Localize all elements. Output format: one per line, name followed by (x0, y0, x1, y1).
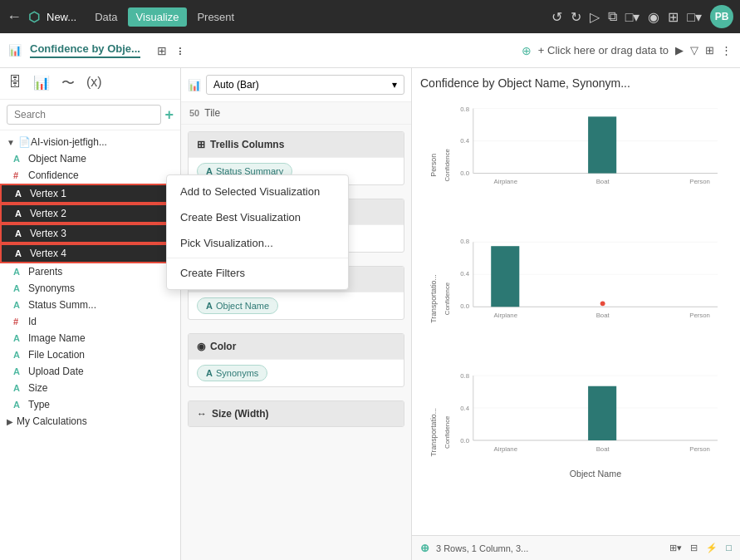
collapse-arrow[interactable]: ▶ (7, 417, 13, 426)
user-avatar[interactable]: PB (710, 5, 733, 28)
status-text: 3 Rows, 1 Column, 3... (436, 543, 528, 553)
tile-row: 50 Tile (181, 102, 411, 125)
pin-icon[interactable]: ◉ (648, 9, 659, 25)
field-type-icon: A (15, 228, 25, 238)
create-filters-menuitem[interactable]: Create Filters (167, 260, 348, 286)
add-to-selected-menuitem[interactable]: Add to Selected Visualization (167, 179, 348, 204)
field-type-icon: A (13, 300, 23, 310)
grid-view-icon[interactable]: ⊞ (157, 44, 167, 57)
svg-text:Boat: Boat (596, 445, 610, 453)
svg-text:0.0: 0.0 (460, 169, 469, 177)
nav-present[interactable]: Present (189, 7, 243, 27)
field-upload-date[interactable]: A Upload Date (0, 363, 180, 380)
middle-panel: 📊 Auto (Bar) ▾ 50 Tile ⊞ Trellis Columns… (181, 68, 412, 560)
export-data-icon[interactable]: ⊟ (690, 543, 698, 553)
size-icon: ↔ (197, 408, 207, 420)
expand-icon[interactable]: □ (726, 543, 732, 553)
grid-icon[interactable]: ⧉ (608, 9, 617, 24)
field-label: Object Name (28, 153, 86, 165)
field-label: Synonyms (28, 282, 75, 294)
format-icon[interactable]: ⊞ (705, 44, 714, 56)
add-data-label[interactable]: + Click here or drag data to (538, 44, 669, 56)
nav-data[interactable]: Data (86, 7, 125, 27)
svg-text:Confidence: Confidence (444, 416, 451, 449)
field-label: Id (28, 316, 37, 327)
filter-icon[interactable]: ▽ (690, 44, 698, 56)
add-field-button[interactable]: + (164, 106, 174, 124)
svg-text:Person: Person (689, 445, 710, 453)
field-type-icon: A (13, 366, 23, 376)
field-confidence[interactable]: # Confidence (0, 167, 180, 184)
subtoolbar: 📊 Confidence by Obje... ⊞ ⫶ ⊕ + Click he… (0, 33, 740, 68)
trellis-columns-header[interactable]: ⊞ Trellis Columns (189, 132, 404, 157)
svg-text:Airplane: Airplane (493, 312, 517, 319)
field-id[interactable]: # Id (0, 313, 180, 330)
field-type-icon: A (13, 400, 23, 410)
play-icon[interactable]: ▷ (590, 9, 600, 25)
database-icon[interactable]: 🗄 (8, 75, 22, 92)
size-width-section: ↔ Size (Width) (188, 400, 404, 427)
field-image-name[interactable]: A Image Name (0, 330, 180, 346)
field-file-location[interactable]: A File Location (0, 346, 180, 363)
subtoolbar-right: ⊕ + Click here or drag data to ▶ ▽ ⊞ ⋮ (522, 44, 732, 57)
back-button[interactable]: ← (7, 8, 22, 26)
pill-type-icon: A (206, 301, 213, 311)
expand-icon[interactable]: ▶ (675, 44, 684, 56)
chart-type-dropdown[interactable]: Auto (Bar) ▾ (206, 75, 404, 95)
nav-menu: Data Visualize Present (86, 7, 243, 27)
export-icon[interactable]: ⊞ (668, 9, 679, 25)
chart-icon[interactable]: 📊 (33, 75, 50, 92)
bar-airplane-row2[interactable] (491, 246, 519, 307)
svg-text:Transportatio...: Transportatio... (429, 274, 438, 323)
field-vertex1[interactable]: A Vertex 1 (0, 184, 180, 204)
field-vertex3[interactable]: A Vertex 3 (0, 224, 180, 243)
app-title: New... (47, 11, 76, 23)
svg-text:0.0: 0.0 (460, 437, 469, 445)
field-type[interactable]: A Type (0, 396, 180, 413)
columns-icon[interactable]: ⫶ (177, 44, 183, 57)
status-add-icon[interactable]: ⊕ (420, 542, 429, 554)
dataset-folder-icon: 📄 (18, 136, 31, 148)
variable-icon[interactable]: (x) (86, 75, 102, 92)
undo-icon[interactable]: ↺ (551, 9, 562, 25)
menu-icon[interactable]: □▾ (687, 9, 702, 25)
dropdown-arrow-icon: ▾ (392, 79, 397, 91)
field-size[interactable]: A Size (0, 380, 180, 396)
field-label: Image Name (28, 332, 86, 344)
redo-icon[interactable]: ↻ (571, 9, 581, 25)
svg-text:Transportatio...: Transportatio... (429, 408, 438, 457)
chart-tab-title[interactable]: Confidence by Obje... (30, 42, 140, 58)
left-panel-icons: 🗄 📊 〜 (x) (0, 68, 180, 100)
more-icon[interactable]: ⋮ (721, 44, 732, 56)
create-best-menuitem[interactable]: Create Best Visualization (167, 204, 348, 230)
size-width-label: Size (Width) (212, 408, 269, 420)
layout-icon[interactable]: □▾ (625, 9, 640, 25)
collapse-arrow[interactable]: ▼ (7, 138, 15, 147)
field-parents[interactable]: A Parents (0, 263, 180, 280)
bar-person-row1[interactable] (588, 116, 616, 173)
search-input[interactable] (7, 105, 161, 125)
field-label: Status Summ... (28, 299, 96, 311)
add-data-icon: ⊕ (522, 44, 532, 57)
field-vertex2[interactable]: A Vertex 2 (0, 204, 180, 224)
wave-icon[interactable]: 〜 (61, 75, 75, 92)
object-name-pill[interactable]: A Object Name (197, 297, 278, 314)
synonyms-pill[interactable]: A Synonyms (197, 365, 267, 381)
field-object-name[interactable]: A Object Name (0, 150, 180, 167)
field-type-icon: A (13, 154, 23, 164)
field-vertex4[interactable]: A Vertex 4 (0, 243, 180, 263)
context-menu: Add to Selected Visualization Create Bes… (166, 174, 349, 290)
chart-title: Confidence by Object Name, Synonym... (420, 76, 732, 90)
size-width-header[interactable]: ↔ Size (Width) (189, 401, 404, 426)
field-synonyms[interactable]: A Synonyms (0, 280, 180, 297)
pick-visualization-menuitem[interactable]: Pick Visualization... (167, 230, 348, 256)
color-header[interactable]: ◉ Color (189, 334, 404, 359)
bar-boat-row3[interactable] (588, 386, 616, 440)
lightning-icon[interactable]: ⚡ (706, 543, 718, 553)
menu-separator (167, 258, 348, 258)
grid-toggle-icon[interactable]: ⊞▾ (669, 543, 682, 553)
my-calculations-header[interactable]: ▶ My Calculations (0, 413, 180, 430)
color-section: ◉ Color A Synonyms (188, 333, 404, 387)
nav-visualize[interactable]: Visualize (128, 7, 188, 27)
field-status-summary[interactable]: A Status Summ... (0, 297, 180, 313)
